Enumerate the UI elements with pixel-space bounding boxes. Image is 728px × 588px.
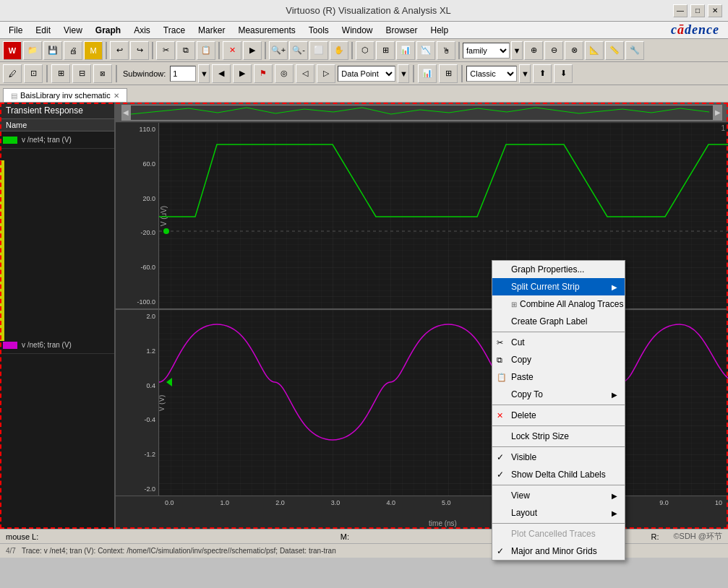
subwindow-input[interactable] (170, 66, 196, 82)
cm-copy-to[interactable]: Copy To ▶ (492, 386, 625, 403)
subwindow-dropdown[interactable]: ▼ (198, 64, 210, 83)
tabbar: ▤ BaisLibrary inv schematic ✕ (0, 85, 728, 103)
cm-paste[interactable]: 📋 Paste (492, 368, 625, 386)
tb-btn4[interactable]: 🖨 (64, 41, 82, 60)
cm-copy[interactable]: ⧉ Copy (492, 351, 625, 368)
tb-btn15[interactable]: ⊕ (524, 41, 543, 60)
datapoint-select[interactable]: Data Point (338, 66, 395, 82)
cm-view-label: View (511, 490, 530, 501)
tb2-track[interactable]: ◎ (275, 64, 294, 83)
tb2-grid[interactable]: ⊞ (439, 64, 458, 83)
tb-zoom-in[interactable]: 🔍+ (269, 41, 288, 60)
tb-btn11[interactable]: ⊞ (376, 41, 395, 60)
tb-play[interactable]: ▶ (243, 41, 262, 60)
menu-file[interactable]: File (3, 24, 28, 37)
tb-btn19[interactable]: 📏 (605, 41, 624, 60)
tb-new[interactable]: W (3, 41, 22, 60)
menu-trace[interactable]: Trace (158, 24, 191, 37)
cm-plot-cancelled[interactable]: Plot Cancelled Traces (492, 525, 625, 542)
maximize-button[interactable]: □ (690, 4, 705, 17)
trace-item-1[interactable]: v /net4; tran (V) (0, 131, 114, 149)
tb-undo[interactable]: ↩ (110, 41, 129, 60)
menu-tools[interactable]: Tools (303, 24, 335, 37)
cm-create-graph-label[interactable]: Create Graph Label (492, 313, 625, 330)
tb2-btn5[interactable]: ⊠ (93, 64, 112, 83)
minimize-button[interactable]: — (673, 4, 688, 17)
tab-bais[interactable]: ▤ BaisLibrary inv schematic ✕ (3, 88, 127, 102)
tb-copy[interactable]: ⧉ (176, 41, 195, 60)
trace-item-2[interactable]: v /net6; tran (V) (0, 337, 114, 354)
tb-btn14[interactable]: 🖱 (437, 41, 455, 60)
cm-visible-label: Visible (511, 452, 536, 462)
tb-btn17[interactable]: ⊗ (565, 41, 583, 60)
cm-view[interactable]: View ▶ (492, 487, 625, 504)
minimap-inner[interactable] (130, 105, 714, 121)
tb2-flag[interactable]: ⚑ (254, 64, 273, 83)
tb2-prev[interactable]: ◀ (212, 64, 231, 83)
tb2-btn4[interactable]: ⊟ (72, 64, 91, 83)
tb2-next[interactable]: ▶ (233, 64, 252, 83)
minimap-right[interactable]: ▶ (714, 105, 722, 121)
cm-major-minor[interactable]: ✓ Major and Minor Grids (492, 542, 625, 560)
yellow-bar (0, 160, 4, 341)
cm-split-current-strip[interactable]: Split Current Strip ▶ (492, 278, 625, 295)
tb2-btn2[interactable]: ⊡ (24, 64, 43, 83)
tb2-import[interactable]: ⬇ (554, 64, 573, 83)
strip-canvas-1[interactable]: 1 V (uV) (159, 123, 728, 308)
tb2-btn7[interactable]: ▷ (317, 64, 335, 83)
tab-close[interactable]: ✕ (114, 92, 119, 100)
r-label: R: (651, 532, 659, 541)
menu-graph[interactable]: Graph (90, 24, 127, 37)
minimap-left[interactable]: ◀ (121, 105, 130, 121)
cm-graph-properties[interactable]: Graph Properties... (492, 261, 625, 278)
tb2-bar[interactable]: 📊 (418, 64, 437, 83)
tb-btn3[interactable]: 💾 (43, 41, 62, 60)
cm-delete-icon: ✕ (497, 411, 503, 420)
cm-show-delta[interactable]: ✓ Show Delta Child Labels (492, 466, 625, 483)
tb-pan[interactable]: ✋ (330, 41, 348, 60)
tb-btn18[interactable]: 📐 (585, 41, 604, 60)
tb-cut[interactable]: ✂ (156, 41, 175, 60)
cm-cut[interactable]: ✂ Cut (492, 334, 625, 351)
tb-redo[interactable]: ↪ (130, 41, 149, 60)
tb-btn2[interactable]: 📁 (23, 41, 42, 60)
menu-help[interactable]: Help (425, 24, 455, 37)
strip-canvas-2[interactable]: V (V) (159, 310, 728, 496)
tb-paste[interactable]: 📋 (197, 41, 215, 60)
tb-btn10[interactable]: ⬡ (356, 41, 374, 60)
tb-zoom-fit[interactable]: ⬜ (309, 41, 328, 60)
tb-stop[interactable]: ✕ (223, 41, 241, 60)
tb2-btn3[interactable]: ⊞ (51, 64, 70, 83)
datapoint-dropdown[interactable]: ▼ (398, 64, 409, 83)
tb2-btn1[interactable]: 🖊 (3, 64, 22, 83)
tb-zoom-out[interactable]: 🔍- (289, 41, 308, 60)
tb2-export[interactable]: ⬆ (533, 64, 552, 83)
family-select[interactable]: family (463, 43, 510, 59)
cm-visible[interactable]: ✓ Visible (492, 449, 625, 466)
menu-axis[interactable]: Axis (128, 24, 156, 37)
menu-edit[interactable]: Edit (30, 24, 56, 37)
trace-color-1 (3, 137, 17, 144)
tb-btn20[interactable]: 🔧 (625, 41, 644, 60)
classic-select[interactable]: Classic (466, 66, 517, 82)
menu-window[interactable]: Window (336, 24, 379, 37)
tb-btn16[interactable]: ⊖ (544, 41, 563, 60)
x-tick: 2.0 (275, 499, 285, 506)
window-controls[interactable]: — □ ✕ (673, 4, 722, 17)
menu-browser[interactable]: Browser (380, 24, 424, 37)
menu-marker[interactable]: Marker (192, 24, 231, 37)
cm-combine-all[interactable]: ⊞ Combine All Analog Traces (492, 295, 625, 313)
cm-lock-strip[interactable]: Lock Strip Size (492, 428, 625, 445)
tb-family-dropdown[interactable]: ▼ (511, 41, 523, 60)
x-axis-title: time (ns) (116, 518, 728, 529)
menu-measurements[interactable]: Measurements (232, 24, 301, 37)
cm-delete[interactable]: ✕ Delete (492, 407, 625, 424)
close-button[interactable]: ✕ (708, 4, 722, 17)
classic-dropdown[interactable]: ▼ (519, 64, 531, 83)
tb2-btn6[interactable]: ◁ (296, 64, 314, 83)
cm-layout[interactable]: Layout ▶ (492, 504, 625, 522)
tb-btn5[interactable]: M (84, 41, 103, 60)
menu-view[interactable]: View (58, 24, 88, 37)
tb-btn13[interactable]: 📉 (416, 41, 435, 60)
tb-btn12[interactable]: 📊 (396, 41, 415, 60)
